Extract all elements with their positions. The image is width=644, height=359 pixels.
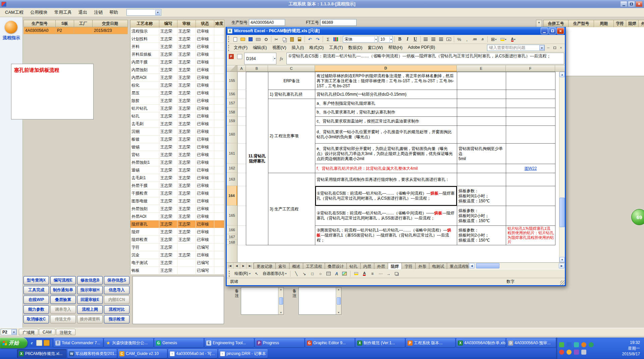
- insert-function-icon[interactable]: fx: [277, 53, 285, 64]
- cell-label[interactable]: ERP备注: [268, 72, 315, 90]
- cell-section-title[interactable]: 11.背钻孔 阻焊塞孔: [246, 72, 268, 245]
- cell-text[interactable]: a、客户特别指定背钻孔阻焊塞孔: [315, 99, 457, 108]
- align-center-icon[interactable]: [430, 36, 437, 43]
- excel-menu-item[interactable]: 数据(D): [345, 44, 365, 52]
- column-header[interactable]: 工厂: [74, 20, 93, 27]
- workbook-restore-button[interactable]: [552, 45, 557, 51]
- arrow-style-icon[interactable]: →: [385, 270, 392, 277]
- taskbar-item[interactable]: TTotal Commander 7...: [54, 339, 103, 347]
- process-table-row[interactable]: 除胶王志荣王志荣已审核: [130, 97, 224, 105]
- taskbar-item[interactable]: EEngineering Tool...: [205, 339, 254, 347]
- process-table-row[interactable]: 镀锡王志荣王志荣已审核: [130, 143, 224, 151]
- wordart-icon[interactable]: A: [333, 270, 340, 277]
- menu-item[interactable]: CAM工程: [2, 8, 26, 17]
- sheet-area[interactable]: 11.背钻孔 阻焊塞孔 ERP备注 有过辅助菲林的则在ERP中的阻焊流程备注清楚…: [237, 72, 565, 262]
- excel-menu-item[interactable]: 格式(O): [307, 44, 326, 52]
- autoshapes-menu-button[interactable]: 自选图形(U)▾: [261, 270, 288, 277]
- font-color-icon[interactable]: A: [361, 270, 368, 277]
- percent-icon[interactable]: %: [455, 36, 463, 43]
- sheet-tab[interactable]: 阻焊: [388, 263, 402, 269]
- cell-bake-params[interactable]: 烘板参数： 烘板时间1小时； 烘板温度：150℃: [457, 186, 506, 206]
- row-header[interactable]: 165: [227, 206, 237, 225]
- sheet-tab[interactable]: 工艺流程: [303, 263, 325, 269]
- action-button[interactable]: 制作通知单: [50, 286, 76, 294]
- excel-menu-item[interactable]: 编辑(E): [250, 44, 270, 52]
- sheet-tab[interactable]: 钻孔: [346, 263, 361, 269]
- row-header[interactable]: 157: [227, 99, 237, 108]
- tray-icon-9[interactable]: [589, 342, 594, 347]
- sheet-tab[interactable]: 叠层设计: [325, 263, 347, 269]
- sheet-tab[interactable]: 内层: [360, 263, 374, 269]
- process-table-row[interactable]: 阻焊王志荣王志荣已审核: [130, 228, 224, 236]
- font-name-select[interactable]: 宋体▾: [343, 36, 378, 43]
- column-header-c[interactable]: C: [268, 65, 315, 71]
- column-header[interactable]: 工艺名称: [130, 20, 159, 28]
- process-table-row[interactable]: 沉金王志荣王志荣已审核: [130, 251, 224, 259]
- first-sheet-button[interactable]: |◀: [227, 263, 233, 269]
- process-table-row[interactable]: 铣板王志荣已编写: [130, 267, 224, 274]
- maximize-button[interactable]: [628, 1, 635, 7]
- taskbar-item[interactable]: X4A030056A0制作单.xls: [456, 339, 505, 347]
- action-button[interactable]: 传送文件: [50, 315, 76, 323]
- paste-icon[interactable]: [288, 36, 296, 43]
- print-icon[interactable]: [255, 36, 262, 43]
- cell-label[interactable]: 3) 生产工艺流程: [268, 173, 315, 245]
- decrease-decimal-icon[interactable]: .0: [479, 36, 486, 43]
- excel-close-button[interactable]: ×: [557, 28, 564, 34]
- excel-menu-item[interactable]: 帮助(H): [386, 44, 405, 52]
- excel-menu-item[interactable]: 窗口(W): [365, 44, 386, 52]
- process-table-row[interactable]: 去毛刺王志荣王志荣已审核: [130, 120, 224, 128]
- process-table-row[interactable]: 背钻王志荣王志荣已审核: [130, 151, 224, 159]
- production-row[interactable]: 4A030056A0 P2 2015/8/23: [24, 27, 128, 34]
- column-header[interactable]: 周期: [594, 20, 614, 28]
- scroll-up-icon[interactable]: ▲: [559, 72, 565, 77]
- textbox-tool-icon[interactable]: [325, 270, 332, 277]
- underline-button[interactable]: U: [412, 36, 419, 43]
- process-table-row[interactable]: 开料后烘板王志荣王志荣已审核: [130, 51, 224, 58]
- process-table-row[interactable]: 电子测试王志荣已编写: [130, 259, 224, 267]
- action-button[interactable]: 保存信息S: [104, 276, 129, 285]
- tray-icon-8[interactable]: [581, 350, 586, 355]
- action-button[interactable]: 编写流程E: [50, 276, 76, 285]
- align-left-icon[interactable]: [422, 36, 429, 43]
- tray-icon-4[interactable]: [567, 350, 572, 355]
- column-header[interactable]: 难度: [214, 20, 224, 28]
- cell-text[interactable]: b、当小孔要求塞孔时，背钻孔默认塞孔制作: [315, 108, 457, 117]
- oval-tool-icon[interactable]: ○: [317, 270, 324, 277]
- column-header[interactable]: 字符: [614, 20, 626, 28]
- next-sheet-button[interactable]: ▶: [240, 263, 247, 269]
- action-button[interactable]: 指示检查: [104, 315, 129, 323]
- column-header[interactable]: 状态: [196, 20, 214, 28]
- column-header[interactable]: 生产型号: [24, 20, 56, 27]
- model-input[interactable]: 4A030056A0: [249, 19, 285, 26]
- taskbar-item[interactable]: XP6CAM制作规范.xl...: [17, 349, 66, 358]
- bottom-tab[interactable]: CAM: [39, 329, 55, 335]
- cell-label[interactable]: 2) 工程注意事项: [268, 99, 315, 173]
- process-table-row[interactable]: 铝片钻孔王志荣王志荣已审核: [130, 105, 224, 112]
- cell-name-box[interactable]: D164▾: [244, 53, 276, 64]
- process-table-row[interactable]: 外层干膜王志荣王志荣已审核: [130, 182, 224, 190]
- column-header-d[interactable]: D: [315, 65, 457, 71]
- excel-menu-item[interactable]: 文件(F): [231, 44, 250, 52]
- taskbar-item[interactable]: ★兴森快捷衡阳分公...: [104, 339, 153, 347]
- action-button[interactable]: 叠层验算: [50, 296, 76, 304]
- cell-text[interactable]: ③两面背钻孔：前流程---铝片钻孔1---铝片钻孔---……（省略中间流程）--…: [315, 226, 457, 245]
- menu-item[interactable]: 公用模块: [27, 8, 51, 17]
- cell-text[interactable]: 背钻孔孔径D≤1.05mm(一钻部分孔径d≤D-0.15mm): [315, 90, 457, 99]
- column-header[interactable]: S板: [56, 20, 74, 27]
- taskbar-item[interactable]: X制作规范 (Ver:1...: [356, 339, 405, 347]
- sheet-tab[interactable]: 重点流程制作: [447, 263, 468, 269]
- action-button[interactable]: 接外调资料: [77, 315, 103, 323]
- toolbar-grip[interactable]: [229, 271, 230, 277]
- chart-icon[interactable]: [332, 36, 339, 43]
- cell-text-warning[interactable]: f、背钻孔塞孔铝片的孔径：比背钻孔金属大孔整体大4mil: [315, 164, 457, 173]
- quicklaunch-app-icon[interactable]: [44, 340, 50, 346]
- formula-bar[interactable]: ①背钻孔在CS面：前流程---铝片钻孔---……（省略中间流程）---烘板---…: [286, 53, 564, 64]
- merge-center-icon[interactable]: a: [445, 36, 452, 43]
- action-button[interactable]: 型号查询X: [23, 276, 49, 285]
- cell-text[interactable]: 有过辅助菲林的则在ERP中的阻焊流程备注清楚，将正常的菲林名删掉，然后再下面工艺…: [315, 72, 457, 90]
- action-button[interactable]: 回退审核E: [77, 296, 103, 304]
- row-header[interactable]: 156: [227, 90, 237, 99]
- draw-menu-button[interactable]: 绘图(R)▾: [233, 270, 252, 277]
- row-header[interactable]: 163: [227, 173, 237, 186]
